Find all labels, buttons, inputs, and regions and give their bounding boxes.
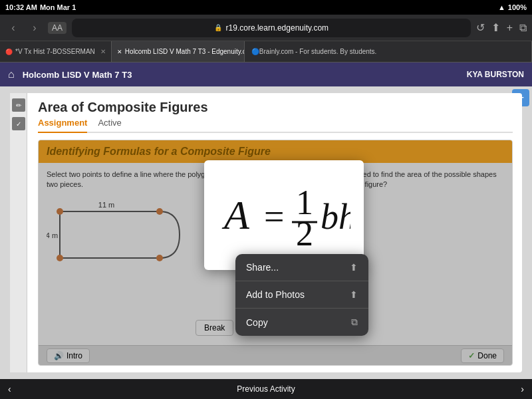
school-nav: ⌂ Holcomb LISD V Math 7 T3 KYA BURSTON xyxy=(0,63,532,86)
new-tab-button[interactable]: + xyxy=(507,22,513,34)
reader-mode-button[interactable]: AA xyxy=(48,22,66,34)
lesson-panel: Identifying Formulas for a Composite Fig… xyxy=(38,140,513,366)
tab-history[interactable]: 🔴 *V Tx Hist 7-BOSSERMAN ✕ xyxy=(0,41,112,62)
prev-activity-label[interactable]: Previous Activity xyxy=(237,384,295,394)
status-bar: 10:32 AM Mon Mar 1 ▲ 100% xyxy=(0,0,532,15)
home-icon[interactable]: ⌂ xyxy=(8,68,15,80)
tab-edgenuity[interactable]: ✕ Holcomb LISD V Math 7 T3 - Edgenuity.c… xyxy=(112,41,245,62)
svg-text:A: A xyxy=(221,192,250,237)
add-to-photos-icon: ⬆ xyxy=(350,289,358,300)
svg-text:2: 2 xyxy=(296,215,313,253)
share-menu-item[interactable]: Share... ⬆ xyxy=(235,254,368,281)
page-title: Area of Composite Figures xyxy=(38,100,513,115)
prev-activity-bar: ‹ Previous Activity › xyxy=(0,379,532,399)
pencil-icon[interactable]: ✏ xyxy=(12,98,25,112)
browser-chrome: ‹ › AA 🔒 r19.core.learn.edgenuity.com ↺ … xyxy=(0,15,532,41)
browser-actions: ↺ ⬆ + ⧉ xyxy=(476,21,527,34)
tabs-button[interactable]: ⧉ xyxy=(519,22,527,34)
share-icon: ⬆ xyxy=(350,262,358,273)
tab-assignment[interactable]: Assignment xyxy=(38,118,87,133)
back-button[interactable]: ‹ xyxy=(5,22,21,34)
copy-icon: ⧉ xyxy=(351,317,358,328)
content-wrapper: ✏ ✓ Area of Composite Figures Assignment… xyxy=(10,93,522,372)
wifi-icon: ▲ xyxy=(498,3,505,11)
main-content: + ✏ ✓ Area of Composite Figures Assignme… xyxy=(0,86,532,379)
reload-button[interactable]: ↺ xyxy=(476,21,485,34)
battery-display: 100% xyxy=(508,3,527,11)
formula-svg: A = 1 2 bh xyxy=(217,169,350,262)
add-to-photos-label: Add to Photos xyxy=(246,289,305,300)
sidebar: ✏ ✓ xyxy=(10,93,27,372)
svg-text:=: = xyxy=(264,197,284,237)
forward-button[interactable]: › xyxy=(27,22,43,34)
copy-menu-item[interactable]: Copy ⧉ xyxy=(235,309,368,336)
school-title: Holcomb LISD V Math 7 T3 xyxy=(23,70,459,80)
copy-label: Copy xyxy=(246,317,268,328)
prev-arrow-left[interactable]: ‹ xyxy=(8,384,11,394)
tab-label-edgenuity: Holcomb LISD V Math 7 T3 - Edgenuity.com xyxy=(125,48,245,55)
add-to-photos-menu-item[interactable]: Add to Photos ⬆ xyxy=(235,281,368,309)
context-menu: Share... ⬆ Add to Photos ⬆ Copy ⧉ xyxy=(235,254,368,336)
check-icon[interactable]: ✓ xyxy=(12,117,25,130)
url-text: r19.core.learn.edgenuity.com xyxy=(226,23,329,33)
status-bar-right: ▲ 100% xyxy=(498,3,527,11)
status-bar-left: 10:32 AM Mon Mar 1 xyxy=(5,3,76,11)
tab-favicon-brainly: 🔵 xyxy=(251,48,259,55)
share-button[interactable]: ⬆ xyxy=(491,21,500,34)
tab-favicon-history: 🔴 xyxy=(5,49,13,55)
tab-label-brainly: Brainly.com - For students. By students. xyxy=(259,48,377,55)
tab-close-icon-edgenuity: ✕ xyxy=(117,49,122,55)
tab-label-history: *V Tx Hist 7-BOSSERMAN xyxy=(15,48,95,55)
main-panel: Area of Composite Figures Assignment Act… xyxy=(38,100,513,366)
content-tabs: Assignment Active xyxy=(38,118,513,133)
tab-close-history[interactable]: ✕ xyxy=(100,48,106,55)
date-display: Mon Mar 1 xyxy=(40,3,76,11)
prev-arrow-right[interactable]: › xyxy=(521,384,524,394)
tab-brainly[interactable]: 🔵 Brainly.com - For students. By student… xyxy=(245,41,532,62)
lock-icon: 🔒 xyxy=(214,24,222,31)
tab-active[interactable]: Active xyxy=(98,118,121,129)
svg-text:bh: bh xyxy=(321,197,350,237)
tabs-bar: 🔴 *V Tx Hist 7-BOSSERMAN ✕ ✕ Holcomb LIS… xyxy=(0,41,532,63)
user-name: KYA BURSTON xyxy=(467,70,524,79)
share-label: Share... xyxy=(246,262,279,273)
address-bar[interactable]: 🔒 r19.core.learn.edgenuity.com xyxy=(72,19,471,37)
time-display: 10:32 AM xyxy=(5,3,37,11)
